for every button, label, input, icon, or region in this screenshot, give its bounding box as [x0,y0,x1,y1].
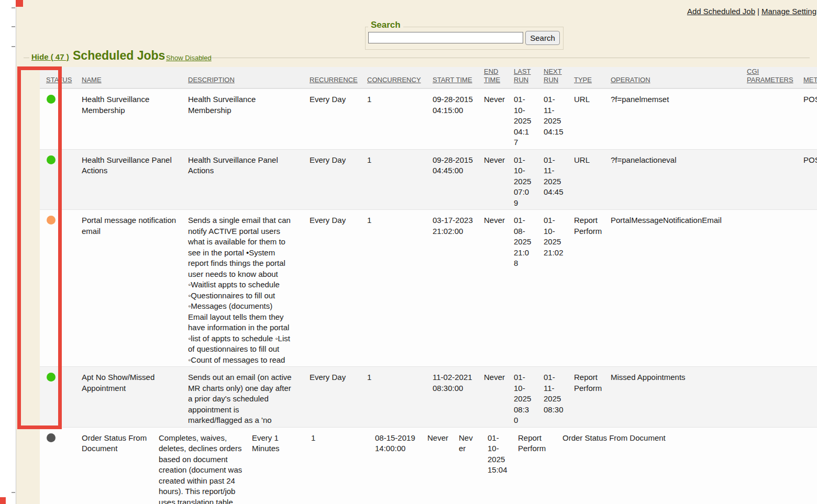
job-name: Health Surveillance Membership [82,89,188,149]
status-indicator-green [47,95,56,104]
page: Add Scheduled Job|Manage Setting Search … [0,0,817,504]
job-start-time: 09-28-2015 04:15:00 [433,89,484,149]
job-name: Portal message notification email [82,210,188,366]
scheduled-jobs-table: STATUS NAME DESCRIPTION RECURRENCE CONCU… [40,67,817,504]
gutter-tick [12,46,15,47]
search-button[interactable]: Search [525,31,560,45]
column-header-status[interactable]: STATUS [40,76,82,88]
job-last-run: 01-10-2025 04:17 [514,89,544,149]
column-header-name[interactable]: NAME [82,76,188,88]
job-concurrency: 1 [367,89,433,149]
column-header-concurrency[interactable]: CONCURRENCY [367,76,433,88]
main-content: Add Scheduled Job|Manage Setting Search … [16,0,817,504]
column-header-type[interactable]: TYPE [574,76,611,88]
hide-count-link[interactable]: Hide ( 47 ) [31,52,69,61]
status-cell [40,428,82,504]
job-method [803,367,817,427]
job-description: Sends a single email that can notify ACT… [188,210,310,366]
job-type: Report Perform [574,210,611,366]
search-input[interactable] [368,32,523,43]
job-name: Order Status From Document [82,428,159,504]
job-concurrency: 1 [367,367,433,427]
status-cell [40,367,82,427]
status-cell [40,89,82,149]
job-name: Apt No Show/Missed Appointment [82,367,188,427]
column-header-method[interactable]: METHOD [803,76,817,88]
job-type: Report Perform [574,367,611,427]
job-last-run: Never [459,428,488,504]
job-operation: PortalMessageNotificationEmail [611,210,747,366]
search-legend: Search [368,20,403,30]
gutter-tick [12,7,15,8]
status-indicator-green [47,373,56,382]
job-recurrence: Every Day [310,150,367,210]
job-description: Health Surveillance Panel Actions [188,150,310,210]
job-start-time: 03-17-2023 21:02:00 [433,210,484,366]
job-last-run: 01-10-2025 08:30 [514,367,544,427]
job-operation: Missed Appointments [611,367,747,427]
job-next-run: 01-10-2025 15:04 [488,428,518,504]
job-name: Health Surveillance Panel Actions [82,150,188,210]
job-recurrence: Every 1 Minutes [252,428,311,504]
job-type: Report Perform [518,428,562,504]
table-row: Health Surveillance Panel Actions Health… [40,149,817,210]
job-end-time: Never [484,89,514,149]
job-concurrency: 1 [311,428,375,504]
job-description: Completes, waives, deletes, declines ord… [159,428,252,504]
job-next-run: 01-10-2025 21:02 [544,210,574,366]
fieldset-border [198,58,810,58]
job-method: POST [803,150,817,210]
column-header-recurrence[interactable]: RECURRENCE [310,76,367,88]
job-end-time: Never [484,367,514,427]
scheduled-jobs-header: Hide ( 47 ) Scheduled Jobs Show Disabled [24,49,810,65]
job-end-time: Never [427,428,459,504]
job-next-run: 01-11-2025 08:30 [544,367,574,427]
job-method: POST [803,89,817,149]
job-operation: ?f=panelmemset [611,89,747,149]
table-row: Health Surveillance Membership Health Su… [40,88,817,149]
status-cell [40,150,82,210]
column-header-operation[interactable]: OPERATION [611,76,747,88]
job-start-time: 09-28-2015 04:45:00 [433,150,484,210]
job-recurrence: Every Day [310,367,367,427]
table-row: Portal message notification email Sends … [40,209,817,366]
job-operation: Order Status From Document [562,428,817,504]
annotation-mark-top [16,0,23,7]
job-last-run: 01-08-2025 21:08 [514,210,544,366]
page-title: Scheduled Jobs [73,49,165,63]
top-links: Add Scheduled Job|Manage Setting [687,7,816,16]
show-disabled-link[interactable]: Show Disabled [166,54,212,62]
job-last-run: 01-10-2025 07:09 [514,150,544,210]
column-header-last-run[interactable]: LAST RUN [514,68,544,88]
job-cgi-parameters [747,367,803,427]
add-scheduled-job-link[interactable]: Add Scheduled Job [687,7,755,16]
table-row: Order Status From Document Completes, wa… [40,427,817,504]
annotation-mark-bottom [0,497,6,504]
job-end-time: Never [484,150,514,210]
column-header-end-time[interactable]: END TIME [484,68,514,88]
table-header-row: STATUS NAME DESCRIPTION RECURRENCE CONCU… [40,67,817,88]
job-recurrence: Every Day [310,210,367,366]
job-next-run: 01-11-2025 04:15 [544,89,574,149]
column-header-cgi-parameters[interactable]: CGI PARAMETERS [747,68,803,88]
job-end-time: Never [484,210,514,366]
job-start-time: 11-02-2021 08:30:00 [433,367,484,427]
job-description: Health Surveillance Membership [188,89,310,149]
link-separator: | [755,7,761,16]
job-operation: ?f=panelactioneval [611,150,747,210]
gutter-tick [12,492,15,493]
gutter-tick [12,26,15,27]
job-cgi-parameters [747,150,803,210]
job-concurrency: 1 [367,150,433,210]
job-description: Sends out an email (on active MR charts … [188,367,310,427]
job-type: URL [574,150,611,210]
status-indicator-green [47,155,56,164]
manage-settings-link[interactable]: Manage Setting [761,7,816,16]
column-header-description[interactable]: DESCRIPTION [188,76,310,88]
job-start-time: 08-15-2019 14:00:00 [375,428,427,504]
column-header-next-run[interactable]: NEXT RUN [544,68,574,88]
column-header-start-time[interactable]: START TIME [433,76,484,88]
status-cell [40,210,82,366]
job-method [803,210,817,366]
fieldset-border [24,58,29,58]
